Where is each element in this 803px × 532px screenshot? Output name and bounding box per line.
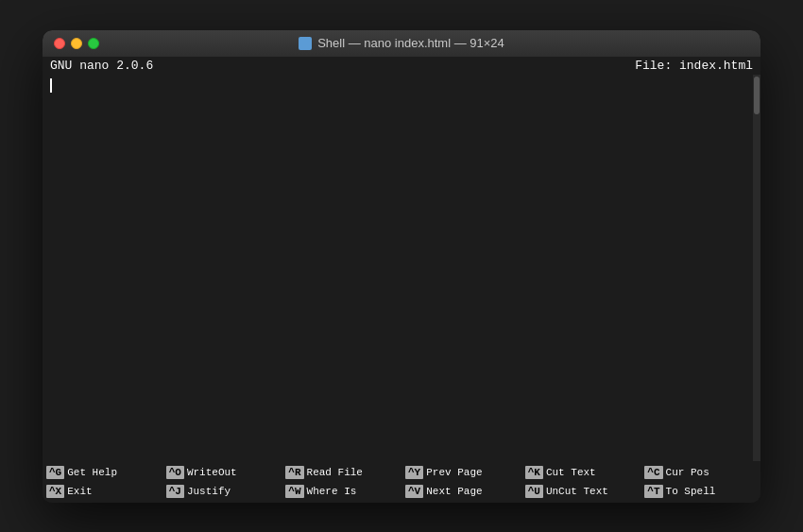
shortcut-cut-text: ^K Cut Text [521, 463, 641, 482]
label-justify: Justify [187, 486, 231, 497]
key-uncut-text: ^U [525, 485, 543, 498]
label-read-file: Read File [307, 467, 363, 478]
key-prev-page: ^Y [405, 466, 423, 479]
shortcut-cur-pos: ^C Cur Pos [641, 463, 760, 482]
minimize-button[interactable] [71, 38, 82, 49]
key-writeout: ^O [166, 466, 184, 479]
shortcut-to-spell: ^T To Spell [641, 482, 760, 501]
key-cur-pos: ^C [644, 466, 662, 479]
key-where-is: ^W [285, 485, 303, 498]
key-next-page: ^V [405, 485, 423, 498]
shortcut-justify: ^J Justify [162, 482, 282, 501]
label-cur-pos: Cur Pos [666, 467, 709, 478]
nano-editor[interactable] [43, 75, 760, 461]
window-title: Shell — nano index.html — 91×24 [299, 36, 504, 50]
shortcuts-grid: ^G Get Help ^O WriteOut ^R Read File [43, 461, 760, 503]
label-exit: Exit [67, 486, 92, 497]
terminal-window: Shell — nano index.html — 91×24 GNU nano… [43, 30, 760, 503]
nano-header: GNU nano 2.0.6 File: index.html [43, 57, 760, 75]
file-label: File: index.html [635, 59, 753, 73]
label-get-help: Get Help [67, 467, 117, 478]
shortcut-get-help: ^G Get Help [43, 463, 162, 482]
shortcut-next-page: ^V Next Page [402, 482, 521, 501]
key-exit: ^X [46, 485, 64, 498]
shortcuts-row-1: ^G Get Help ^O WriteOut ^R Read File [43, 463, 760, 482]
shortcut-prev-page: ^Y Prev Page [402, 463, 521, 482]
label-uncut-text: UnCut Text [546, 486, 608, 497]
nano-footer: ^G Get Help ^O WriteOut ^R Read File [43, 461, 760, 503]
text-cursor [50, 78, 52, 93]
terminal-body[interactable]: GNU nano 2.0.6 File: index.html ^G Get H… [43, 57, 760, 503]
shell-icon [299, 37, 312, 50]
label-prev-page: Prev Page [426, 467, 482, 478]
label-where-is: Where Is [307, 486, 357, 497]
shortcut-read-file: ^R Read File [282, 463, 402, 482]
label-next-page: Next Page [426, 486, 482, 497]
shortcut-writeout: ^O WriteOut [162, 463, 282, 482]
scrollbar-thumb[interactable] [754, 77, 760, 114]
key-read-file: ^R [285, 466, 303, 479]
key-cut-text: ^K [525, 466, 543, 479]
label-to-spell: To Spell [666, 486, 716, 497]
shortcut-uncut-text: ^U UnCut Text [521, 482, 641, 501]
label-cut-text: Cut Text [546, 467, 596, 478]
label-writeout: WriteOut [187, 467, 237, 478]
key-justify: ^J [166, 485, 184, 498]
shortcuts-row-2: ^X Exit ^J Justify ^W Where Is ^V Next P… [43, 482, 760, 501]
key-to-spell: ^T [644, 485, 662, 498]
maximize-button[interactable] [88, 38, 99, 49]
close-button[interactable] [54, 38, 65, 49]
shortcut-exit: ^X Exit [43, 482, 162, 501]
shortcut-where-is: ^W Where Is [282, 482, 402, 501]
window-controls [54, 38, 99, 49]
title-label: Shell — nano index.html — 91×24 [317, 36, 504, 50]
scrollbar[interactable] [753, 75, 760, 461]
key-get-help: ^G [46, 466, 64, 479]
nano-version: GNU nano 2.0.6 [50, 59, 153, 73]
title-bar: Shell — nano index.html — 91×24 [43, 30, 760, 57]
